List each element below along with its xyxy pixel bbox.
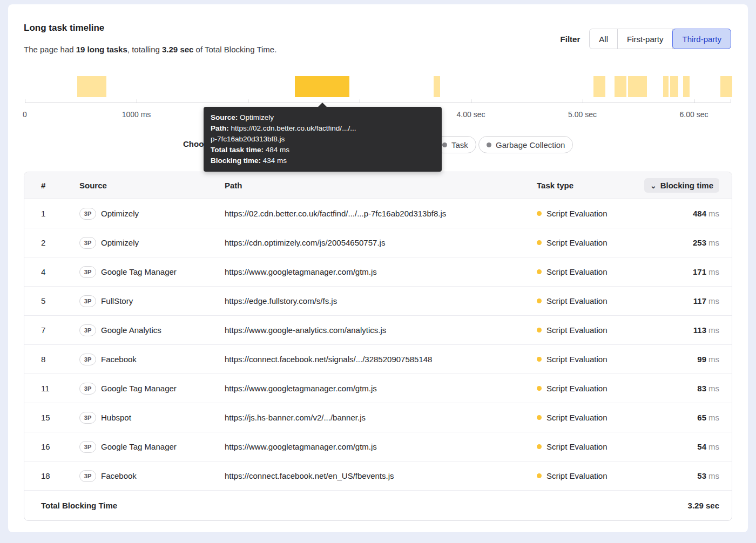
- sort-blocking-time-button[interactable]: ⌄ Blocking time: [644, 178, 719, 193]
- task-type-cell: Script Evaluation: [537, 413, 666, 422]
- blocking-time-unit: ms: [708, 355, 719, 364]
- row-number: 7: [41, 325, 79, 335]
- filter-option-all[interactable]: All: [590, 29, 618, 49]
- row-number: 1: [41, 209, 79, 218]
- source-name: Hubspot: [101, 413, 131, 422]
- source-name: FullStory: [101, 296, 133, 306]
- task-type-cell: Script Evaluation: [537, 384, 666, 393]
- axis-tick: [471, 99, 471, 103]
- long-task-timeline-card: Long task timeline The page had 19 long …: [8, 4, 748, 532]
- subtitle: The page had 19 long tasks, totalling 3.…: [24, 45, 276, 54]
- legend-pill-garbage-collection[interactable]: Garbage Collection: [478, 136, 573, 153]
- timeline-bar[interactable]: [683, 76, 690, 97]
- table-row: 183PFacebookhttps://connect.facebook.net…: [24, 461, 732, 491]
- blocking-time-cell: 113ms: [693, 325, 719, 335]
- task-type-dot-icon: [537, 357, 542, 362]
- task-type-cell: Script Evaluation: [537, 296, 666, 306]
- axis-tick-label: 6.00 sec: [680, 110, 708, 119]
- legend-choose-label: Choo: [183, 139, 204, 148]
- task-type-cell: Script Evaluation: [537, 325, 666, 335]
- path-cell: https://www.googletagmanager.com/gtm.js: [225, 384, 537, 393]
- subtitle-text-2: , totalling: [127, 45, 162, 54]
- row-number: 15: [41, 413, 79, 422]
- legend-pill-label: Task: [451, 140, 468, 150]
- filter-label: Filter: [561, 35, 580, 44]
- filter-option-first-party[interactable]: First-party: [618, 29, 673, 49]
- blocking-time-value: 65: [697, 413, 706, 422]
- legend-pill-label: Garbage Collection: [496, 140, 565, 150]
- source-cell: 3PGoogle Tag Manager: [79, 266, 225, 278]
- task-type-cell: Script Evaluation: [537, 238, 666, 247]
- row-number: 8: [41, 355, 79, 364]
- task-type-dot-icon: [537, 444, 542, 449]
- timeline-bar[interactable]: [434, 76, 440, 97]
- task-type-dot-icon: [537, 386, 542, 391]
- task-type-label: Script Evaluation: [546, 267, 608, 276]
- axis-line: [25, 103, 731, 103]
- legend-dot-icon: [442, 142, 447, 147]
- task-type-cell: Script Evaluation: [537, 442, 666, 451]
- task-type-cell: Script Evaluation: [537, 471, 666, 480]
- timeline-bar[interactable]: [720, 76, 732, 97]
- axis-tick: [694, 99, 694, 103]
- blocking-time-value: 253: [693, 238, 706, 247]
- tooltip-line: Blocking time: 434 ms: [211, 155, 435, 166]
- task-type-label: Script Evaluation: [546, 238, 608, 247]
- source-cell: 3PGoogle Analytics: [79, 324, 225, 336]
- table-row: 83PFacebookhttps://connect.facebook.net/…: [24, 345, 732, 374]
- axis-tick-label: 5.00 sec: [568, 110, 597, 119]
- third-party-badge: 3P: [79, 295, 96, 307]
- task-type-cell: Script Evaluation: [537, 267, 666, 276]
- row-number: 18: [41, 471, 79, 480]
- task-type-dot-icon: [537, 298, 542, 303]
- path-cell: https://js.hs-banner.com/v2/.../banner.j…: [225, 413, 537, 422]
- blocking-time-unit: ms: [708, 442, 719, 451]
- timeline-bar[interactable]: [670, 76, 678, 97]
- blocking-time-cell: 171ms: [693, 267, 719, 276]
- blocking-time-value: 54: [697, 442, 706, 451]
- task-type-cell: Script Evaluation: [537, 355, 666, 364]
- path-cell: https://connect.facebook.net/en_US/fbeve…: [225, 471, 537, 480]
- blocking-time-unit: ms: [708, 325, 719, 335]
- table-row: 43PGoogle Tag Managerhttps://www.googlet…: [24, 257, 732, 287]
- timeline-bar-highlighted[interactable]: [295, 76, 349, 97]
- blocking-time-cell: 83ms: [697, 384, 719, 393]
- blocking-time-cell: 484ms: [693, 209, 719, 218]
- task-type-dot-icon: [537, 328, 542, 332]
- third-party-badge: 3P: [79, 354, 96, 365]
- third-party-badge: 3P: [79, 470, 96, 482]
- source-name: Google Analytics: [101, 325, 161, 335]
- blocking-time-cell: 54ms: [697, 442, 719, 451]
- task-type-label: Script Evaluation: [546, 471, 608, 480]
- filter-option-third-party[interactable]: Third-party: [672, 29, 731, 49]
- path-cell: https://02.cdn.better.co.uk/factfind/...…: [225, 209, 537, 218]
- source-name: Google Tag Manager: [101, 384, 177, 393]
- blocking-time-cell: 99ms: [697, 355, 719, 364]
- task-type-label: Script Evaluation: [546, 209, 608, 218]
- source-cell: 3PFullStory: [79, 295, 225, 307]
- task-type-dot-icon: [537, 211, 542, 216]
- timeline-bar[interactable]: [663, 76, 669, 97]
- blocking-time-cell: 53ms: [697, 471, 719, 480]
- tooltip-arrow-icon: [318, 103, 327, 107]
- timeline-bar[interactable]: [593, 76, 605, 97]
- source-name: Optimizely: [101, 209, 139, 218]
- blocking-time-unit: ms: [708, 267, 719, 276]
- source-name: Facebook: [101, 355, 137, 364]
- task-type-dot-icon: [537, 473, 542, 478]
- source-cell: 3POptimizely: [79, 237, 225, 249]
- table-row: 73PGoogle Analyticshttps://www.google-an…: [24, 316, 732, 345]
- axis-tick: [248, 99, 248, 103]
- header-right-group: Task type ⌄ Blocking time: [537, 178, 719, 193]
- timeline-bar[interactable]: [615, 76, 626, 97]
- subtitle-text-3: of Total Blocking Time.: [193, 45, 276, 54]
- axis-tick-label: 0: [23, 110, 27, 119]
- subtitle-task-count: 19 long tasks: [76, 45, 127, 54]
- timeline-bar[interactable]: [628, 76, 647, 97]
- row-number: 4: [41, 267, 79, 276]
- table-header-row: # Source Path Task type ⌄ Blocking time: [24, 172, 732, 199]
- path-cell: https://cdn.optimizely.com/js/2005465075…: [225, 238, 537, 247]
- total-blocking-time-label: Total Blocking Time: [41, 501, 117, 510]
- third-party-badge: 3P: [79, 441, 96, 453]
- timeline-bar[interactable]: [77, 76, 106, 97]
